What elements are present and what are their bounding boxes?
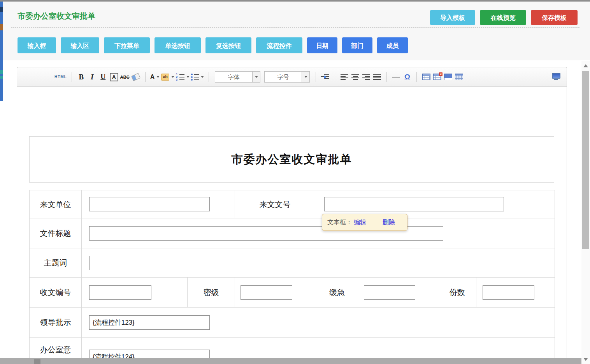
- align-center-icon: [351, 74, 359, 80]
- align-right-icon: [362, 74, 370, 80]
- background-notch: [0, 24, 3, 30]
- font-color-dropdown[interactable]: A: [150, 71, 160, 83]
- highlight-color-dropdown[interactable]: ab: [161, 71, 174, 83]
- background-notch: [0, 76, 3, 79]
- table-delete-icon: ✕: [433, 74, 441, 80]
- add-member-button[interactable]: 成员: [377, 37, 408, 53]
- add-input-box-button[interactable]: 输入框: [18, 37, 56, 53]
- bottom-scrollbar[interactable]: [0, 358, 590, 364]
- font-color-icon: A: [150, 74, 155, 81]
- incoming-unit-input[interactable]: [89, 197, 210, 211]
- field-action-tooltip: 文本框： 编辑 删除: [322, 214, 407, 231]
- label-incoming-doc-number: 来文文号: [235, 190, 315, 218]
- label-secrecy-level: 密级: [188, 278, 235, 308]
- strikethrough-icon[interactable]: ABC: [120, 71, 130, 83]
- special-char-omega-icon[interactable]: Ω: [402, 71, 412, 83]
- cell-properties-button[interactable]: [454, 71, 464, 83]
- align-left-icon: [341, 74, 348, 80]
- chevron-down-icon: [304, 76, 307, 78]
- toolbar-separator: [335, 72, 335, 82]
- insert-table-button[interactable]: [421, 71, 431, 83]
- form-title: 市委办公室收文审批单: [232, 152, 352, 167]
- secrecy-level-input[interactable]: [241, 285, 292, 300]
- import-template-button[interactable]: 导入模板: [430, 10, 475, 25]
- align-right-button[interactable]: [362, 71, 371, 83]
- label-incoming-unit: 来文单位: [30, 190, 82, 218]
- horizontal-rule-button[interactable]: [392, 71, 401, 83]
- scroll-down-arrow-icon[interactable]: [583, 358, 588, 361]
- add-date-button[interactable]: 日期: [307, 37, 337, 53]
- font-family-select[interactable]: 字体: [215, 71, 260, 83]
- eraser-icon: [131, 73, 140, 81]
- toolbar-separator: [416, 72, 417, 82]
- fullscreen-button[interactable]: [551, 71, 561, 81]
- edit-field-link[interactable]: 编辑: [354, 218, 366, 227]
- table-row: 文件标题: [30, 218, 555, 248]
- incoming-doc-number-input[interactable]: [324, 197, 504, 211]
- label-leader-instructions: 领导批示: [30, 308, 82, 338]
- chevron-down-icon: [186, 76, 190, 78]
- table-icon: [422, 74, 430, 80]
- receipt-number-input[interactable]: [89, 285, 151, 300]
- scrollbar-thumb[interactable]: [582, 71, 589, 249]
- background-notch: [0, 70, 3, 74]
- delete-table-button[interactable]: ✕: [432, 71, 442, 83]
- leader-instructions-input[interactable]: [89, 315, 210, 330]
- add-dropdown-button[interactable]: 下拉菜单: [104, 37, 150, 53]
- bold-icon[interactable]: B: [77, 71, 86, 83]
- align-left-button[interactable]: [340, 71, 349, 83]
- add-flow-control-button[interactable]: 流程控件: [256, 37, 302, 53]
- vertical-scrollbar[interactable]: [581, 61, 590, 364]
- bottom-scrollbar-grip[interactable]: [34, 359, 40, 364]
- table-properties-button[interactable]: [443, 71, 453, 83]
- cell-properties-icon: [455, 74, 463, 80]
- add-textarea-button[interactable]: 输入区: [61, 37, 99, 53]
- add-department-button[interactable]: 部门: [342, 37, 372, 53]
- html-source-icon[interactable]: HTML: [54, 71, 67, 83]
- header-panel: 市委办公室收文审批单 导入模板 在线预览 保存模板 输入框 输入区 下拉菜单 单…: [3, 2, 590, 60]
- toolbar-separator: [386, 72, 387, 82]
- label-receipt-number: 收文编号: [30, 278, 82, 308]
- urgency-input[interactable]: [364, 285, 415, 300]
- underline-icon[interactable]: U: [98, 71, 108, 83]
- table-row: 主题词: [30, 248, 555, 278]
- table-row: 来文单位 来文文号: [30, 190, 555, 218]
- save-template-button[interactable]: 保存模板: [531, 10, 578, 25]
- indent-icon: [321, 74, 330, 80]
- scroll-up-arrow-icon[interactable]: [583, 64, 588, 67]
- unordered-list-icon: [191, 74, 199, 81]
- ordered-list-dropdown[interactable]: 1 2 3: [176, 71, 190, 83]
- ordered-list-icon: 1 2 3: [176, 74, 184, 81]
- select-dropdown-button[interactable]: [302, 72, 309, 82]
- header-actions: 导入模板 在线预览 保存模板: [430, 10, 578, 25]
- delete-field-link[interactable]: 删除: [383, 218, 395, 227]
- font-size-value: 字号: [265, 72, 302, 82]
- online-preview-button[interactable]: 在线预览: [480, 10, 526, 25]
- background-page-strip: [0, 2, 3, 101]
- monitor-icon: [552, 73, 560, 79]
- header-divider: [11, 27, 579, 28]
- tooltip-label: 文本框：: [327, 218, 352, 227]
- remove-format-eraser-icon[interactable]: [131, 71, 140, 83]
- indent-button[interactable]: [321, 71, 330, 83]
- label-subject-words: 主题词: [30, 248, 82, 278]
- align-center-button[interactable]: [351, 71, 360, 83]
- font-style-box-icon[interactable]: A: [110, 73, 118, 81]
- table-row: 收文编号 密级 缓急 份数: [30, 278, 555, 308]
- chevron-down-icon: [156, 76, 160, 78]
- justify-button[interactable]: [372, 71, 382, 83]
- justify-icon: [373, 74, 381, 80]
- approval-form-table: 来文单位 来文文号 文件标题 主题词 收文编号 密级 缓急 份数 领导批示: [29, 190, 555, 364]
- unordered-list-dropdown[interactable]: [191, 71, 204, 83]
- toolbar-separator: [72, 72, 72, 82]
- copies-input[interactable]: [483, 285, 534, 300]
- chevron-down-icon: [201, 76, 204, 78]
- label-copies: 份数: [438, 278, 476, 308]
- italic-icon[interactable]: I: [88, 71, 97, 83]
- add-checkbox-button[interactable]: 复选按钮: [205, 37, 251, 53]
- add-radio-button[interactable]: 单选按钮: [155, 37, 201, 53]
- font-size-select[interactable]: 字号: [264, 71, 310, 83]
- background-notch: [0, 7, 3, 12]
- select-dropdown-button[interactable]: [252, 72, 260, 82]
- subject-words-input[interactable]: [89, 256, 443, 270]
